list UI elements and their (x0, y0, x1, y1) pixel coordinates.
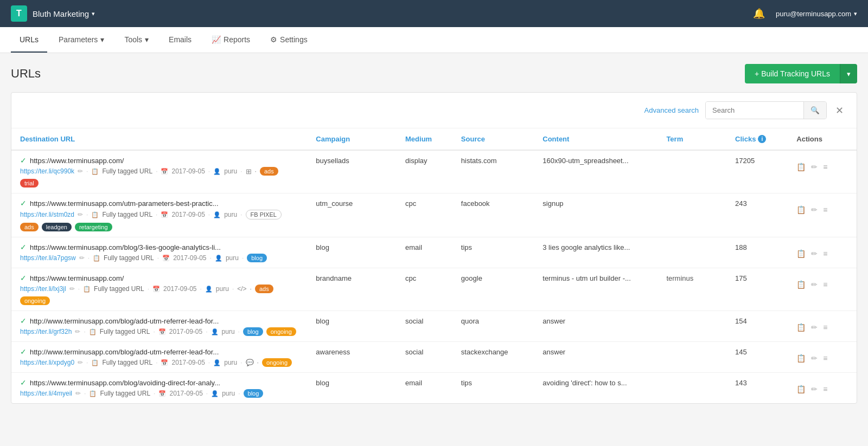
search-submit-button[interactable]: 🔍 (803, 102, 826, 119)
tag: ongoing (20, 296, 50, 305)
clicks-info-icon[interactable]: i (758, 135, 766, 143)
url-date: 2017-09-05 (173, 254, 206, 262)
edit-icon[interactable]: ✏ (69, 285, 75, 293)
medium-value: email (405, 243, 422, 251)
code-icon: </> (237, 285, 246, 293)
nav-emails[interactable]: Emails (160, 28, 200, 53)
edit-icon[interactable]: ✏ (75, 390, 81, 397)
nav-parameters[interactable]: Parameters ▾ (50, 28, 113, 53)
edit-url-button[interactable]: ✏ (811, 205, 818, 214)
calendar-icon: 📅 (152, 286, 160, 293)
edit-url-button[interactable]: ✏ (811, 385, 818, 393)
url-main-text[interactable]: https://www.terminusapp.com/utm-paramete… (30, 199, 219, 208)
more-options-button[interactable]: ≡ (823, 205, 827, 214)
nav-reports[interactable]: 📈 Reports (203, 28, 259, 53)
top-nav-right: 🔔 puru@terminusapp.com ▾ (753, 8, 857, 20)
edit-icon[interactable]: ✏ (78, 211, 83, 218)
nav-settings[interactable]: ⚙ Settings (261, 28, 316, 53)
source-value: stackexchange (461, 348, 508, 356)
copy-url-button[interactable]: 📋 (796, 385, 806, 393)
url-short[interactable]: https://ter.li/grf32h (20, 328, 72, 335)
company-name-button[interactable]: Bluth Marketing ▾ (33, 9, 95, 18)
edit-icon[interactable]: ✏ (75, 328, 80, 335)
url-type-label: Fully tagged URL (100, 390, 150, 397)
nav-tools[interactable]: Tools ▾ (116, 28, 157, 53)
source-value: histats.com (461, 157, 497, 165)
campaign-value: brandname (316, 274, 352, 282)
cell-source: tips (452, 237, 534, 268)
copy-url-button[interactable]: 📋 (796, 205, 806, 214)
more-options-button[interactable]: ≡ (823, 249, 827, 258)
col-header-destination-url[interactable]: Destination URL (11, 128, 307, 150)
campaign-value: buysellads (316, 157, 349, 165)
more-options-button[interactable]: ≡ (823, 280, 827, 289)
url-main-text[interactable]: http://www.terminusapp.com/blog/add-utm-… (30, 348, 219, 356)
cell-term (658, 237, 726, 268)
copy-url-button[interactable]: 📋 (796, 249, 806, 258)
url-user: puru (216, 285, 229, 293)
copy-url-button[interactable]: 📋 (796, 354, 806, 363)
url-main-text[interactable]: https://www.terminusapp.com/ (30, 157, 124, 165)
clicks-value: 188 (735, 243, 747, 251)
copy-icon: 📋 (89, 390, 97, 397)
search-close-button[interactable]: ✕ (833, 102, 846, 119)
col-header-medium[interactable]: Medium (397, 128, 452, 150)
edit-url-button[interactable]: ✏ (811, 249, 818, 258)
cell-destination-url: ✓ https://www.terminusapp.com/ https://t… (11, 150, 307, 193)
edit-icon[interactable]: ✏ (78, 359, 83, 366)
url-short[interactable]: https://ter.li/qc990k (20, 167, 74, 175)
url-main-text[interactable]: https://www.terminusapp.com/ (30, 274, 124, 282)
url-main-text[interactable]: http://www.terminusapp.com/blog/add-utm-… (30, 317, 219, 325)
build-dropdown-button[interactable]: ▾ (840, 64, 857, 83)
more-options-button[interactable]: ≡ (823, 385, 827, 393)
page-title: URLs (11, 67, 41, 81)
url-short[interactable]: https://ter.li/a7pgsw (20, 254, 76, 262)
edit-icon[interactable]: ✏ (78, 167, 83, 175)
nav-urls[interactable]: URLs (11, 28, 47, 53)
url-meta: https://ter.li/grf32h ✏ · 📋 Fully tagged… (20, 327, 298, 336)
col-header-content[interactable]: Content (534, 128, 658, 150)
url-short[interactable]: https://ter.li/lxj3jl (20, 285, 66, 293)
notifications-icon[interactable]: 🔔 (753, 8, 765, 20)
url-main-text[interactable]: https://www.terminusapp.com/blog/avoidin… (30, 379, 220, 387)
comment-icon: 💬 (246, 359, 254, 366)
table-row: ✓ https://www.terminusapp.com/utm-parame… (11, 193, 857, 237)
url-meta: https://ter.li/lxj3jl ✏ · 📋 Fully tagged… (20, 285, 298, 305)
edit-url-button[interactable]: ✏ (811, 323, 818, 332)
col-header-source[interactable]: Source (452, 128, 534, 150)
user-menu[interactable]: puru@terminusapp.com ▾ (776, 10, 857, 18)
url-short[interactable]: https://ter.li/stm0zd (20, 211, 74, 218)
col-header-campaign[interactable]: Campaign (307, 128, 397, 150)
term-value: terminus (666, 274, 693, 282)
cell-destination-url: ✓ https://www.terminusapp.com/blog/avoid… (11, 373, 307, 404)
copy-url-button[interactable]: 📋 (796, 163, 806, 171)
cell-campaign: awareness (307, 342, 397, 373)
more-options-button[interactable]: ≡ (823, 354, 827, 363)
source-value: quora (461, 317, 479, 325)
edit-url-button[interactable]: ✏ (811, 163, 818, 171)
source-value: google (461, 274, 482, 282)
cell-medium: email (397, 373, 452, 404)
table-header-row: Destination URL Campaign Medium Source C… (11, 128, 857, 150)
search-input[interactable] (706, 102, 803, 119)
cell-medium: social (397, 311, 452, 342)
calendar-icon: 📅 (161, 168, 168, 175)
copy-url-button[interactable]: 📋 (796, 280, 806, 289)
more-options-button[interactable]: ≡ (823, 163, 827, 171)
more-options-button[interactable]: ≡ (823, 323, 827, 332)
cell-term (658, 193, 726, 237)
url-short[interactable]: https://ter.li/xpdyg0 (20, 359, 74, 366)
build-tracking-urls-button[interactable]: + Build Tracking URLs (745, 64, 840, 83)
url-main-text[interactable]: https://www.terminusapp.com/blog/3-lies-… (30, 243, 221, 251)
edit-url-button[interactable]: ✏ (811, 280, 818, 289)
table-row: ✓ https://www.terminusapp.com/ https://t… (11, 268, 857, 311)
edit-icon[interactable]: ✏ (79, 254, 85, 262)
tag: blog (244, 389, 264, 398)
col-header-clicks[interactable]: Clicks i (726, 128, 788, 150)
copy-url-button[interactable]: 📋 (796, 323, 806, 332)
url-short[interactable]: https://ter.li/4myeil (20, 390, 72, 397)
col-header-term[interactable]: Term (658, 128, 726, 150)
advanced-search-link[interactable]: Advanced search (644, 106, 699, 114)
user-icon: 👤 (215, 255, 222, 262)
edit-url-button[interactable]: ✏ (811, 354, 818, 363)
